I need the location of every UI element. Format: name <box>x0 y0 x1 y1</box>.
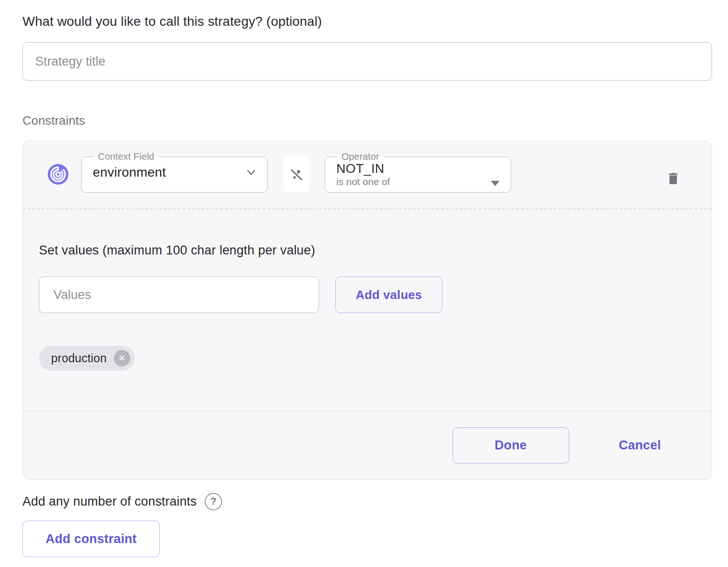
strategy-title-input[interactable] <box>22 42 712 81</box>
constraint-footer: Done Cancel <box>23 411 712 479</box>
chevron-down-icon <box>245 166 258 179</box>
constraints-section-label: Constraints <box>22 113 728 128</box>
value-chip-list: production ✕ <box>39 346 696 371</box>
operator-description: is not one of <box>336 176 484 188</box>
add-constraints-hint: Add any number of constraints <box>22 494 197 509</box>
negate-operator-button[interactable] <box>283 157 310 193</box>
question-mark-glyph: ? <box>210 495 216 507</box>
context-field-select[interactable]: Context Field environment <box>81 152 267 193</box>
add-constraint-button[interactable]: Add constraint <box>22 521 160 557</box>
operator-label: Operator <box>337 152 384 161</box>
context-field-value: environment <box>93 165 166 180</box>
operator-value: NOT_IN <box>336 162 484 176</box>
slashed-operator-icon <box>290 168 304 182</box>
remove-value-button[interactable]: ✕ <box>114 350 130 366</box>
context-field-label: Context Field <box>94 152 158 161</box>
value-chip-label: production <box>51 351 107 365</box>
trash-icon <box>666 171 681 186</box>
constraint-header: Context Field environment <box>23 141 712 209</box>
strategy-title-question: What would you like to call this strateg… <box>22 14 728 29</box>
set-values-label: Set values (maximum 100 char length per … <box>39 243 696 258</box>
cancel-button[interactable]: Cancel <box>619 438 661 453</box>
constraint-editor-card: Context Field environment <box>22 141 712 480</box>
add-values-button[interactable]: Add values <box>335 276 442 313</box>
context-field-icon <box>47 164 69 185</box>
delete-constraint-button[interactable] <box>664 169 683 188</box>
values-input[interactable] <box>39 276 319 313</box>
dropdown-arrow-icon <box>491 181 499 186</box>
values-section: Set values (maximum 100 char length per … <box>23 209 712 411</box>
value-chip: production ✕ <box>39 346 135 371</box>
done-button[interactable]: Done <box>453 427 569 463</box>
close-icon: ✕ <box>119 354 125 362</box>
help-icon[interactable]: ? <box>205 493 222 510</box>
operator-select[interactable]: Operator NOT_IN is not one of <box>325 152 511 193</box>
strategy-form: What would you like to call this strateg… <box>0 0 728 557</box>
add-constraints-hint-row: Add any number of constraints ? <box>22 493 728 510</box>
